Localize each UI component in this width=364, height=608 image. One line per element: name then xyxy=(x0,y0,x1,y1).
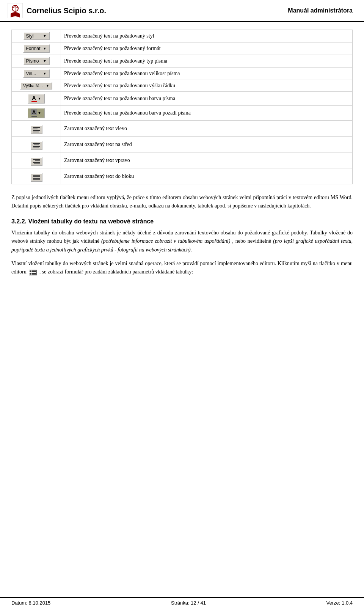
page: Cornelius Scipio s.r.o. Manuál administr… xyxy=(0,0,364,608)
vyska-label: Výška řá... xyxy=(23,83,43,88)
vyska-button[interactable]: Výška řá... ▼ xyxy=(20,82,52,90)
vyska-arrow-icon: ▼ xyxy=(46,84,49,88)
table-row: Zarovnat označený text na střed xyxy=(12,137,353,152)
footer-page: Stránka: 12 / 41 xyxy=(171,600,206,606)
table-row: Zarovnat označený text do bloku xyxy=(12,168,353,184)
desc-pismo: Převede označený text na požadovaný typ … xyxy=(61,55,353,68)
align-left-button[interactable] xyxy=(30,125,42,134)
main-content: Styl ▼ Převede označený text na požadova… xyxy=(0,22,364,597)
body-paragraph-1: Z popisu jednotlivých tlačítek menu edit… xyxy=(11,193,353,211)
btn-cell-a-bg: A ▼ xyxy=(12,106,61,121)
btn-cell-styl: Styl ▼ xyxy=(12,30,61,42)
btn-cell-align-left xyxy=(12,121,61,137)
btn-cell-align-justify xyxy=(12,168,61,184)
btn-cell-vel: Vel... ▼ xyxy=(12,68,61,80)
format-button[interactable]: Formát ▼ xyxy=(23,44,50,53)
a-color-button[interactable]: A ▼ xyxy=(28,94,45,104)
align-justify-button[interactable] xyxy=(30,173,42,182)
desc-vel: Převede označený text na požadovanou vel… xyxy=(61,68,353,80)
desc-align-justify: Zarovnat označený text do bloku xyxy=(61,168,353,184)
format-label: Formát xyxy=(26,46,41,51)
table-row: Zarovnat označený text vpravo xyxy=(12,152,353,168)
desc-styl: Převede označený text na požadovaný styl xyxy=(61,30,353,42)
styl-arrow-icon: ▼ xyxy=(43,34,47,38)
toolbar-table: Styl ▼ Převede označený text na požadova… xyxy=(11,30,353,184)
body-paragraph-2: Vložením tabulky do obsahu webových strá… xyxy=(11,229,353,254)
align-center-button[interactable] xyxy=(30,141,42,150)
table-row: Styl ▼ Převede označený text na požadova… xyxy=(12,30,353,42)
body-paragraph-3: Vlastní vložení tabulky do webových strá… xyxy=(11,259,353,277)
btn-cell-format: Formát ▼ xyxy=(12,42,61,55)
company-name: Cornelius Scipio s.r.o. xyxy=(27,6,106,15)
section-title: Vložení tabulky do textu na webové strán… xyxy=(28,218,154,225)
desc-a-color: Převede označený text na požadovanou bar… xyxy=(61,92,353,106)
vel-arrow-icon: ▼ xyxy=(43,72,47,75)
desc-a-bg: Převede označený text na požadovanou bar… xyxy=(61,106,353,121)
btn-cell-a-color: A ▼ xyxy=(12,92,61,106)
body-text-3-cont: , se zobrazí formulář pro zadání základn… xyxy=(39,269,193,275)
footer-date: Datum: 8.10.2015 xyxy=(11,600,50,606)
section-heading: 3.2.2. Vložení tabulky do textu na webov… xyxy=(11,218,353,225)
a-color-icon: A xyxy=(31,95,37,102)
section-number: 3.2.2. xyxy=(11,218,27,225)
btn-cell-pismo: Písmo ▼ xyxy=(12,55,61,68)
body-text-2-italic: (potřebujeme informace zobrazit v tabulk… xyxy=(101,238,230,244)
table-row: Výška řá... ▼ Převede označený text na p… xyxy=(12,80,353,92)
vel-label: Vel... xyxy=(26,71,36,76)
footer: Datum: 8.10.2015 Stránka: 12 / 41 Verze:… xyxy=(0,597,364,608)
pismo-arrow-icon: ▼ xyxy=(43,59,47,63)
desc-align-center: Zarovnat označený text na střed xyxy=(61,137,353,152)
desc-align-left: Zarovnat označený text vlevo xyxy=(61,121,353,137)
pismo-button[interactable]: Písmo ▼ xyxy=(23,57,50,65)
a-color-arrow-icon: ▼ xyxy=(38,97,41,101)
styl-button[interactable]: Styl ▼ xyxy=(23,32,50,40)
a-bg-arrow-icon: ▼ xyxy=(38,111,41,115)
table-insert-icon xyxy=(29,270,37,275)
table-row: Formát ▼ Převede označený text na požado… xyxy=(12,42,353,55)
a-bg-icon: A xyxy=(31,109,36,117)
header-left: Cornelius Scipio s.r.o. xyxy=(8,3,106,18)
table-row: A ▼ Převede označený text na požadovanou… xyxy=(12,106,353,121)
logo-icon xyxy=(8,3,23,18)
table-row: A ▼ Převede označený text na požadovanou… xyxy=(12,92,353,106)
btn-cell-align-right xyxy=(12,152,61,168)
align-right-button[interactable] xyxy=(30,157,42,166)
desc-vyska: Převede označený text na požadovanou výš… xyxy=(61,80,353,92)
doc-title: Manuál administrátora xyxy=(288,7,353,14)
pismo-label: Písmo xyxy=(26,58,39,64)
format-arrow-icon: ▼ xyxy=(43,47,47,50)
footer-version: Verze: 1.0.4 xyxy=(326,600,353,606)
desc-align-right: Zarovnat označený text vpravo xyxy=(61,152,353,168)
desc-format: Převede označený text na požadovaný form… xyxy=(61,42,353,55)
body-text-2-cont: , nebo neviditelné xyxy=(232,238,271,244)
table-row: Vel... ▼ Převede označený text na požado… xyxy=(12,68,353,80)
table-row: Písmo ▼ Převede označený text na požadov… xyxy=(12,55,353,68)
a-bg-button[interactable]: A ▼ xyxy=(27,108,45,118)
table-row: Zarovnat označený text vlevo xyxy=(12,121,353,137)
btn-cell-vyska: Výška řá... ▼ xyxy=(12,80,61,92)
styl-label: Styl xyxy=(26,33,34,39)
vel-button[interactable]: Vel... ▼ xyxy=(23,69,50,78)
header: Cornelius Scipio s.r.o. Manuál administr… xyxy=(0,0,364,22)
btn-cell-align-center xyxy=(12,137,61,152)
